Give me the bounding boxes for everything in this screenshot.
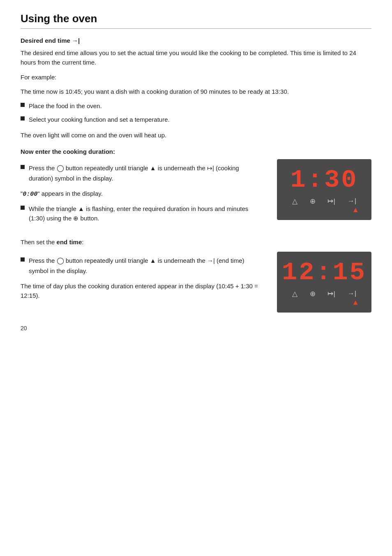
display1-triangle-icon: △ — [292, 197, 297, 206]
display1-indicator-row: ▲ — [284, 206, 365, 214]
cooking-duration-section: Press the ◯ button repeatedly until tria… — [21, 159, 371, 229]
display1-box: 1:30 △ ⊕ ↦| →| ▲ — [277, 159, 371, 220]
example-para: The time now is 10:45; you want a dish w… — [21, 87, 371, 96]
section-heading: Desired end time →| — [21, 37, 371, 44]
bullet-icon — [21, 116, 25, 120]
duration-bullet-list1: Press the ◯ button repeatedly until tria… — [21, 163, 265, 183]
display2-indicator-row: ▲ — [284, 298, 365, 307]
end-time-section: Press the ◯ button repeatedly until tria… — [21, 252, 371, 313]
display1-duration-icon: ↦| — [327, 197, 335, 206]
list-item-text: Press the ◯ button repeatedly until tria… — [29, 163, 265, 183]
display1-indicator: ▲ — [352, 206, 359, 214]
display2-time: 12:15 — [282, 260, 367, 285]
oven-light-text: The oven light will come on and the oven… — [21, 130, 371, 140]
page-title: Using the oven — [21, 12, 371, 29]
list-item-text: While the triangle ▲ is flashing, enter … — [29, 204, 265, 223]
display1-endtime-icon: →| — [348, 197, 356, 205]
duration-bullet-list2: While the triangle ▲ is flashing, enter … — [21, 204, 265, 223]
list-item: While the triangle ▲ is flashing, enter … — [21, 204, 265, 223]
bullet-icon — [21, 103, 25, 107]
end-time-text-col: Press the ◯ button repeatedly until tria… — [21, 252, 265, 306]
list-item-text: Press the ◯ button repeatedly until tria… — [29, 256, 265, 276]
display2-triangle-icon: △ — [292, 290, 297, 298]
display1-icon-row: △ ⊕ ↦| →| — [284, 197, 365, 206]
bullet-icon — [21, 257, 25, 262]
example-label: For example: — [21, 72, 371, 82]
display-appears-text: "0:00" appears in the display. — [21, 189, 265, 199]
bullet-icon — [21, 206, 25, 210]
display1-col: 1:30 △ ⊕ ↦| →| ▲ — [277, 159, 371, 220]
list-item: Press the ◯ button repeatedly until tria… — [21, 256, 265, 276]
display2-plus-icon: ⊕ — [310, 290, 316, 298]
display2-endtime-icon: →| — [348, 290, 356, 298]
list-item-text: Select your cooking function and set a t… — [29, 115, 170, 124]
endtime-bullet-list: Press the ◯ button repeatedly until tria… — [21, 256, 265, 276]
list-item-text: Place the food in the oven. — [29, 101, 102, 111]
list-item: Press the ◯ button repeatedly until tria… — [21, 163, 265, 183]
display1-time: 1:30 — [291, 167, 358, 193]
setup-bullet-list: Place the food in the oven. Select your … — [21, 101, 371, 125]
bullet-icon — [21, 165, 25, 169]
cooking-duration-text-col: Press the ◯ button repeatedly until tria… — [21, 159, 265, 229]
list-item: Place the food in the oven. — [21, 101, 371, 111]
display-code: 0:00 — [23, 191, 37, 198]
display2-icon-row: △ ⊕ ↦| →| — [284, 290, 365, 298]
list-item: Select your cooking function and set a t… — [21, 115, 371, 124]
display2-duration-icon: ↦| — [327, 290, 335, 298]
display1-plus-icon: ⊕ — [310, 197, 316, 206]
display2-box: 12:15 △ ⊕ ↦| →| ▲ — [277, 252, 371, 313]
intro-para1: The desired end time allows you to set t… — [21, 48, 371, 67]
end-time-intro: Then set the end time: — [21, 237, 371, 247]
final-para: The time of day plus the cooking duratio… — [21, 281, 265, 301]
page-number: 20 — [21, 325, 371, 331]
enter-duration-heading: Now enter the cooking duration: — [21, 148, 371, 155]
display2-indicator: ▲ — [352, 298, 359, 307]
display2-col: 12:15 △ ⊕ ↦| →| ▲ — [277, 252, 371, 313]
